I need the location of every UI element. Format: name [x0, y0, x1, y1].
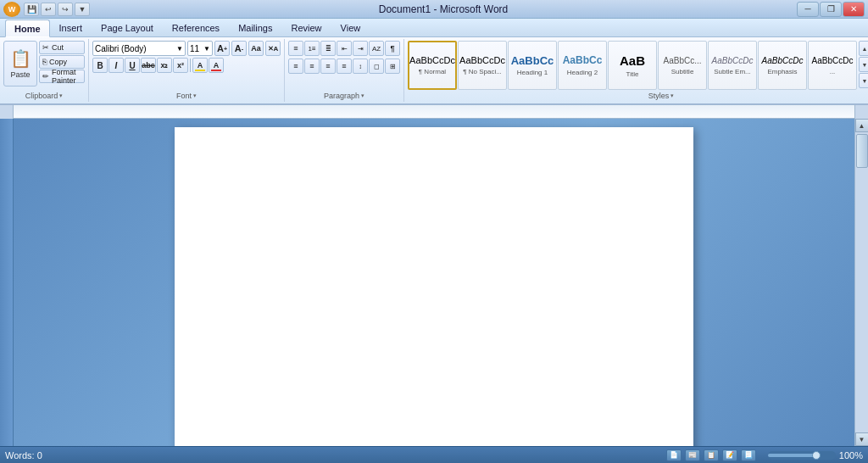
qat-save-button[interactable]: 💾 [24, 3, 39, 16]
highlight-color-indicator [195, 70, 205, 71]
styles-expand-icon[interactable]: ▾ [670, 92, 674, 99]
style-more-label: ... [830, 68, 836, 75]
tab-page-layout[interactable]: Page Layout [92, 19, 163, 36]
style-heading1[interactable]: AaBbCc Heading 1 [508, 41, 557, 90]
highlight-color-button[interactable]: A [192, 58, 208, 73]
tab-insert[interactable]: Insert [50, 19, 92, 36]
style-heading2[interactable]: AaBbCc Heading 2 [558, 41, 607, 90]
minimize-button[interactable]: ─ [797, 2, 819, 17]
web-layout-view-button[interactable]: 📋 [704, 449, 719, 461]
style-subtitle[interactable]: AaBbCc... Subtitle [658, 41, 707, 90]
font-size-value: 11 [190, 44, 199, 53]
italic-button[interactable]: I [108, 58, 124, 73]
ruler-main [14, 105, 854, 119]
paragraph-expand-icon[interactable]: ▾ [361, 92, 364, 99]
clipboard-expand-icon[interactable]: ▾ [59, 92, 63, 99]
draft-view-button[interactable]: 📃 [741, 449, 756, 461]
style-subtle-emphasis-label: Subtle Em... [714, 68, 751, 75]
styles-scroll-buttons: ▲ ▼ ▼ [859, 41, 868, 88]
bold-button[interactable]: B [92, 58, 108, 73]
paste-label: Paste [10, 70, 30, 79]
line-spacing-button[interactable]: ↕ [353, 59, 368, 74]
style-emphasis-preview: AaBbCcDc [762, 56, 804, 66]
ruler-area [0, 105, 868, 119]
zoom-slider[interactable] [768, 451, 836, 460]
styles-more-button[interactable]: ▼ [859, 73, 868, 88]
styles-scroll-up-button[interactable]: ▲ [859, 41, 868, 56]
scrollbar-track[interactable] [855, 132, 869, 432]
print-layout-view-button[interactable]: 📄 [666, 449, 682, 461]
borders-button[interactable]: ⊞ [385, 59, 400, 74]
qat-undo-button[interactable]: ↩ [41, 3, 56, 16]
font-name-selector[interactable]: Calibri (Body) ▼ [92, 41, 186, 56]
tab-home[interactable]: Home [5, 20, 50, 37]
underline-button[interactable]: U [125, 58, 140, 73]
full-screen-view-button[interactable]: 📰 [685, 449, 700, 461]
document-scroll-area[interactable] [14, 119, 854, 446]
tab-mailings[interactable]: Mailings [229, 19, 281, 36]
close-button[interactable]: ✕ [843, 2, 865, 17]
styles-group-content: AaBbCcDc ¶ Normal AaBbCcDc ¶ No Spaci...… [408, 41, 868, 90]
strikethrough-button[interactable]: abc [141, 58, 156, 73]
style-emphasis[interactable]: AaBbCcDc Emphasis [758, 41, 807, 90]
outline-view-button[interactable]: 📝 [722, 449, 737, 461]
style-title[interactable]: AaB Title [608, 41, 657, 90]
scroll-up-button[interactable]: ▲ [855, 119, 869, 132]
clear-formatting-button[interactable]: ✕A [265, 41, 281, 56]
grow-font-button[interactable]: A+ [214, 41, 230, 56]
style-title-preview: AaB [620, 53, 645, 69]
align-center-button[interactable]: ≡ [304, 59, 320, 74]
font-separator [190, 59, 191, 72]
scrollbar-thumb[interactable] [856, 134, 868, 168]
font-size-selector[interactable]: 11 ▼ [187, 41, 213, 56]
paragraph-group: ≡ 1≡ ≣ ⇤ ⇥ AZ ¶ ≡ ≡ ≡ ≡ ↕ ◻ ⊞ [285, 39, 404, 102]
scroll-down-button[interactable]: ▼ [855, 432, 869, 446]
superscript-button[interactable]: x² [173, 58, 188, 73]
multilevel-list-button[interactable]: ≣ [320, 41, 336, 56]
tab-references[interactable]: References [163, 19, 229, 36]
styles-scroll-down-button[interactable]: ▼ [859, 57, 868, 72]
style-no-spacing[interactable]: AaBbCcDc ¶ No Spaci... [458, 41, 507, 90]
tab-review[interactable]: Review [281, 19, 331, 36]
paragraph-label-text: Paragraph [324, 92, 359, 100]
styles-gallery: AaBbCcDc ¶ Normal AaBbCcDc ¶ No Spaci...… [408, 41, 857, 90]
restore-button[interactable]: ❐ [820, 2, 842, 17]
tab-view[interactable]: View [331, 19, 370, 36]
font-format-row: B I U abc x₂ x² A A [92, 58, 281, 73]
style-title-label: Title [626, 70, 639, 78]
decrease-indent-button[interactable]: ⇤ [337, 41, 352, 56]
style-more[interactable]: AaBbCcDc ... [808, 41, 857, 90]
style-no-spacing-preview: AaBbCcDc [459, 55, 505, 66]
font-color-button[interactable]: A [209, 58, 224, 73]
style-subtle-emphasis[interactable]: AaBbCcDc Subtle Em... [708, 41, 757, 90]
paste-button[interactable]: 📋 Paste [3, 41, 37, 86]
change-case-button[interactable]: Aa [248, 41, 264, 56]
shading-button[interactable]: ◻ [369, 59, 384, 74]
font-expand-icon[interactable]: ▾ [193, 92, 197, 99]
show-hide-button[interactable]: ¶ [385, 41, 400, 56]
numbering-button[interactable]: 1≡ [304, 41, 320, 56]
copy-button[interactable]: ⎘ Copy [39, 55, 85, 69]
shrink-font-button[interactable]: A- [231, 41, 247, 56]
sort-button[interactable]: AZ [369, 41, 384, 56]
paragraph-controls: ≡ 1≡ ≣ ⇤ ⇥ AZ ¶ ≡ ≡ ≡ ≡ ↕ ◻ ⊞ [288, 41, 400, 75]
cut-button[interactable]: ✂ Cut [39, 41, 85, 54]
align-right-button[interactable]: ≡ [320, 59, 336, 74]
bullets-button[interactable]: ≡ [288, 41, 303, 56]
document-page[interactable] [175, 127, 693, 446]
style-normal[interactable]: AaBbCcDc ¶ Normal [408, 41, 457, 90]
format-painter-button[interactable]: ✏ Format Painter [39, 70, 85, 83]
styles-label-text: Styles [648, 92, 670, 100]
zoom-percentage: 100% [839, 450, 863, 460]
justify-button[interactable]: ≡ [337, 59, 352, 74]
qat-more-button[interactable]: ▼ [75, 3, 90, 16]
increase-indent-button[interactable]: ⇥ [353, 41, 368, 56]
subscript-button[interactable]: x₂ [157, 58, 172, 73]
font-group: Calibri (Body) ▼ 11 ▼ A+ A- Aa ✕A B I U [89, 39, 285, 102]
font-name-dropdown-icon: ▼ [176, 45, 183, 53]
qat-redo-button[interactable]: ↪ [58, 3, 73, 16]
paragraph-group-label: Paragraph ▾ [288, 90, 400, 100]
style-normal-preview: AaBbCcDc [409, 55, 455, 66]
align-left-button[interactable]: ≡ [288, 59, 303, 74]
office-button[interactable]: W [3, 2, 20, 17]
